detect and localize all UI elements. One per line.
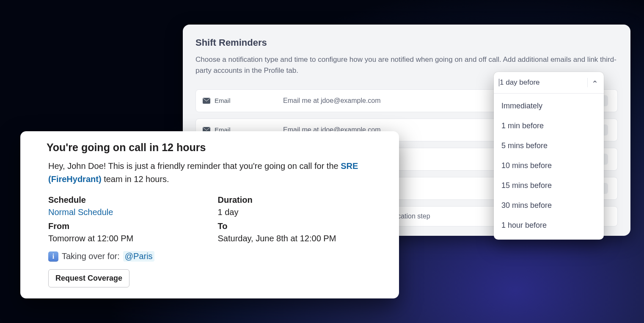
mail-icon [203, 98, 210, 104]
taking-over-label: Taking over for: [62, 251, 120, 261]
from-value: Tomorrow at 12:00 PM [48, 234, 218, 243]
timing-option[interactable]: Immediately [494, 96, 604, 116]
reminder-type-label: Email [215, 97, 231, 104]
oncall-reminder-body: Hey, John Doe! This is just a friendly r… [48, 160, 387, 186]
duration-label: Duration [218, 195, 388, 205]
oncall-reminder-title: You're going on call in 12 hours [47, 141, 387, 154]
timing-option[interactable]: 30 mins before [494, 196, 604, 215]
from-label: From [48, 221, 218, 231]
info-icon: i [48, 251, 58, 262]
oncall-reminder-card: You're going on call in 12 hours Hey, Jo… [20, 131, 399, 298]
request-coverage-button[interactable]: Request Coverage [48, 269, 129, 287]
timing-option[interactable]: 5 mins before [494, 136, 604, 156]
to-value: Saturday, June 8th at 12:00 PM [218, 234, 388, 243]
timing-dropdown-options: Immediately1 min before5 mins before10 m… [494, 94, 604, 240]
timing-option[interactable]: 1 hour before [494, 215, 604, 235]
schedule-link[interactable]: Normal Schedule [48, 207, 218, 217]
reminder-type: Email [203, 97, 283, 104]
timing-option[interactable]: 10 mins before [494, 156, 604, 176]
oncall-reminder-body-post: team in 12 hours. [102, 174, 169, 184]
oncall-reminder-body-pre: Hey, John Doe! This is just a friendly r… [48, 161, 341, 171]
request-coverage-label: Request Coverage [55, 274, 122, 282]
timing-dropdown: 1 day before Immediately1 min before5 mi… [494, 72, 604, 240]
taking-over-mention[interactable]: @Paris [123, 251, 154, 262]
shift-reminders-title: Shift Reminders [195, 37, 618, 48]
taking-over-row: i Taking over for: @Paris [48, 251, 387, 262]
chevron-up-icon [592, 78, 598, 87]
timing-dropdown-toggle[interactable]: 1 day before [494, 72, 604, 94]
schedule-label: Schedule [48, 195, 218, 205]
duration-value: 1 day [218, 207, 388, 217]
timing-dropdown-selected-value: 1 day before [500, 78, 583, 87]
timing-option[interactable]: 15 mins before [494, 176, 604, 196]
to-label: To [218, 221, 388, 231]
timing-option[interactable]: 1 min before [494, 116, 604, 136]
divider [587, 78, 588, 87]
